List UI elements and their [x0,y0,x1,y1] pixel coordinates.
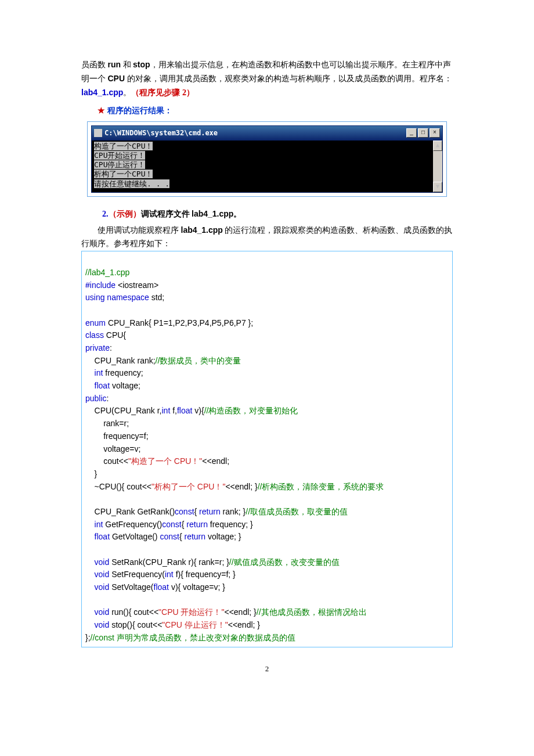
code-line: CPU_Rank{ P1=1,P2,P3,P4,P5,P6,P7 }; [106,318,253,327]
code-line: <<endl; [202,456,229,466]
code-line: enum [85,318,106,327]
code-kw: void [95,620,110,629]
intro-stop: stop [133,60,150,69]
result-title-text: 程序的运行结果： [107,106,172,115]
code-line: <<endl; } [225,482,257,491]
code-kw: void [95,570,110,579]
code-line: : [110,343,112,352]
scrollbar[interactable]: ▲ ▼ [433,141,442,192]
code-line: <<endl; } [228,620,260,629]
section2-red: （示例） [109,210,141,218]
window-title: C:\WINDOWS\system32\cmd.exe [104,127,218,139]
section2-desc: 使用调试功能观察程序 lab4_1.cpp 的运行流程，跟踪观察类的构造函数、析… [81,224,453,251]
code-kw: void [95,557,110,567]
code-str: "析构了一个 CPU！" [151,482,225,491]
code-line: } [85,469,97,478]
code-line: public [85,394,107,403]
code-line: class [85,330,104,340]
console-line: 请按任意键继续. . . [94,179,440,189]
code-line: stop(){ cout<< [109,620,162,629]
section2-file: lab4_1.cpp [192,209,233,218]
star-icon: ★ [98,106,105,115]
code-line: CPU(CPU_Rank r, [85,406,161,415]
code-kw: int [165,570,174,579]
code-line: cout<< [85,456,128,466]
section2-rest: 调试程序文件 [141,210,192,218]
code-line: GetFrequency() [103,520,162,529]
code-line [85,532,95,541]
code-line [85,607,95,617]
code-kw: int [95,368,103,377]
maximize-button[interactable]: □ [418,128,428,138]
code-str: "CPU 停止运行！" [162,620,228,629]
code-kw: int [95,520,103,529]
code-line: <<endl; } [224,607,256,617]
close-button[interactable]: × [430,128,440,138]
code-line: : [107,394,109,403]
code-line [85,557,95,567]
code-line: std; [149,293,164,302]
code-str: "构造了一个 CPU！" [128,456,202,466]
code-line: rank; } [221,507,246,516]
code-line: voltage; } [205,532,241,541]
titlebar: C:\WINDOWS\system32\cmd.exe _ □ × [92,126,442,140]
code-kw: return [184,532,205,541]
console-line: CPU停止运行！ [94,160,440,170]
console-window: C:\WINDOWS\system32\cmd.exe _ □ × 构造了一个C… [91,125,443,193]
code-comment: //其他成员函数，根据情况给出 [257,607,367,617]
code-line: v){ voltage=v; } [169,582,225,592]
scroll-down-icon[interactable]: ▼ [433,182,442,192]
code-comment: //赋值成员函数，改变变量的值 [229,557,340,567]
minimize-button[interactable]: _ [406,128,417,138]
code-comment: //构造函数，对变量初始化 [204,406,298,415]
intro-text: 员函数 [81,60,108,69]
intro-step: （程序见步骤 2） [131,88,194,97]
code-box: //lab4_1.cpp #include <iostream> using n… [81,251,453,647]
console-line: CPU开始运行！ [94,151,440,160]
code-comment: //析构函数，清除变量，系统的要求 [258,482,384,491]
code-line: run(){ cout<< [109,607,158,617]
code-line [85,620,95,629]
code-line: CPU_Rank GetRank() [85,507,175,516]
code-line: <iostream> [116,280,158,290]
code-line [85,582,95,592]
section2-end: 。 [233,210,241,218]
titlebar-buttons: _ □ × [406,128,440,138]
code-line: #include [85,280,116,290]
code-comment: //const 声明为常成员函数，禁止改变对象的数据成员的值 [91,633,295,642]
console-outer-box: C:\WINDOWS\system32\cmd.exe _ □ × 构造了一个C… [87,121,447,197]
code-line [85,381,95,390]
code-line: CPU{ [104,330,126,340]
scroll-up-icon[interactable]: ▲ [433,141,442,151]
cmd-icon [94,129,102,137]
code-kw: int [161,406,170,415]
code-line: { [194,507,200,516]
code-line: voltage=v; [85,444,140,453]
code-comment: //取值成员函数，取变量的值 [246,507,348,516]
intro-file: lab4_1.cpp [81,88,123,97]
code-kw: void [95,607,110,617]
code-line [85,520,95,529]
code-kw: const [160,532,179,541]
desc-file: lab4_1.cpp [181,225,223,235]
intro-paragraph: 员函数 run 和 stop，用来输出提示信息，在构造函数和析构函数中也可以输出… [81,58,453,99]
result-title: ★程序的运行结果： [98,104,453,118]
page: 员函数 run 和 stop，用来输出提示信息，在构造函数和析构函数中也可以输出… [41,0,493,699]
code-line: SetRank(CPU_Rank r){ rank=r; } [109,557,229,567]
console-line: 构造了一个CPU！ [94,142,440,151]
code-line: CPU_Rank rank; [85,356,156,365]
titlebar-left: C:\WINDOWS\system32\cmd.exe [94,127,218,139]
intro-run: run [108,60,121,69]
intro-text: 的对象，调用其成员函数，观察类对象的构造与析构顺序，以及成员函数的调用。程序名： [125,74,452,83]
intro-text: 。 [123,88,131,97]
code-line: using namespace [85,293,149,302]
code-line: rank=r; [85,419,129,428]
code-kw: float [177,406,192,415]
code-line [85,368,95,377]
console-body: 构造了一个CPU！ CPU开始运行！ CPU停止运行！ 析构了一个CPU！ 请按… [92,141,442,192]
code-line: f){ frequency=f; } [174,570,236,579]
code-line: f, [170,406,177,415]
desc-a: 使用调试功能观察程序 [98,226,181,235]
code-line: GetVoltage() [110,532,160,541]
code-line: v){ [192,406,204,415]
